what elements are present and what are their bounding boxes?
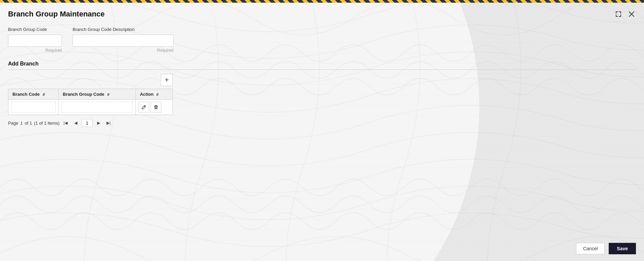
action-header[interactable]: Action ⇵ (136, 89, 173, 100)
page-of: of 1 (25, 121, 32, 126)
last-page-button[interactable]: ▶| (105, 119, 113, 127)
branch-group-code-desc-group: Branch Group Code Description Required (73, 27, 173, 53)
delete-button[interactable] (151, 102, 161, 113)
branch-code-sort-icon[interactable]: ⇵ (42, 93, 45, 96)
modal-header: Branch Group Maintenance (8, 9, 636, 19)
page-number-input[interactable] (82, 119, 92, 127)
branch-table: Branch Code ⇵ Branch Group Code ⇵ Action… (8, 89, 173, 115)
branch-group-code-input[interactable] (8, 35, 62, 47)
branch-code-header[interactable]: Branch Code ⇵ (8, 89, 59, 100)
branch-group-code-header[interactable]: Branch Group Code ⇵ (58, 89, 135, 100)
action-buttons (138, 102, 170, 113)
modal-inner-content: Branch Group Maintenance Branch Group Co… (0, 3, 644, 134)
action-sort-icon[interactable]: ⇵ (156, 93, 159, 96)
branch-group-code-cell (58, 100, 135, 115)
page-current: 1 (20, 121, 23, 126)
header-actions (614, 9, 636, 19)
branch-group-code-desc-input[interactable] (73, 35, 173, 47)
branch-code-cell (8, 100, 59, 115)
close-button[interactable] (627, 10, 636, 18)
items-summary: (1 of 1 items) (34, 121, 59, 126)
modal-title: Branch Group Maintenance (8, 10, 105, 18)
branch-group-code-sort-icon[interactable]: ⇵ (107, 93, 110, 96)
pagination: Page 1 of 1 (1 of 1 items) |◀ ◀ ▶ ▶| (8, 119, 636, 127)
branch-group-code-cell-input[interactable] (62, 102, 133, 113)
branch-group-code-label: Branch Group Code (8, 27, 62, 32)
top-decorative-bar (0, 0, 644, 3)
add-branch-section-title: Add Branch (8, 61, 636, 70)
table-header-row: Branch Code ⇵ Branch Group Code ⇵ Action… (8, 89, 173, 100)
action-cell (136, 100, 173, 115)
table-row (8, 100, 173, 115)
branch-group-code-group: Branch Group Code Required (8, 27, 62, 53)
next-page-button[interactable]: ▶ (94, 119, 103, 127)
form-row: Branch Group Code Required Branch Group … (8, 27, 636, 53)
expand-button[interactable] (614, 9, 623, 19)
modal-container: Branch Group Maintenance Branch Group Co… (0, 3, 644, 261)
page-label: Page (8, 121, 18, 126)
branch-group-code-desc-required: Required (73, 48, 173, 53)
modal-footer: Cancel Save (576, 243, 636, 254)
add-row-button[interactable]: + (161, 74, 173, 86)
first-page-button[interactable]: |◀ (62, 119, 70, 127)
add-btn-row: + (8, 74, 173, 86)
prev-page-button[interactable]: ◀ (72, 119, 80, 127)
branch-code-cell-input[interactable] (11, 102, 56, 113)
branch-group-code-desc-label: Branch Group Code Description (73, 27, 173, 32)
edit-button[interactable] (138, 102, 149, 113)
save-button[interactable]: Save (609, 243, 636, 254)
branch-group-code-required: Required (8, 48, 62, 53)
cancel-button[interactable]: Cancel (576, 243, 605, 254)
